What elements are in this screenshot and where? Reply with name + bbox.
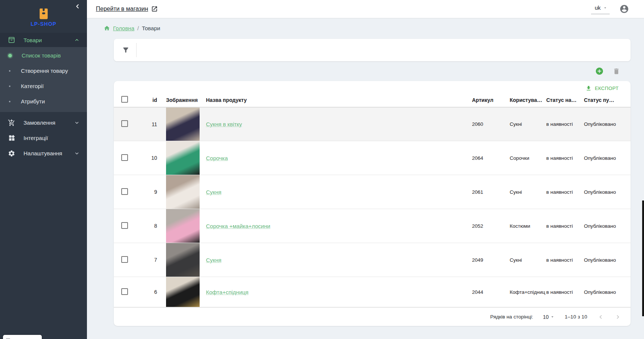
cell-id: 10: [136, 155, 159, 161]
filter-button[interactable]: [119, 43, 132, 57]
table-row: 10 Сорочка 2064 Сорочки в наявності Опуб…: [114, 141, 631, 175]
cell-sku: 2060: [472, 121, 510, 127]
filter-bar: [114, 39, 631, 61]
column-header-stock: Статус на…: [546, 97, 584, 103]
sidebar-item-label: Товари: [24, 37, 42, 43]
cell-sku: 2044: [472, 289, 510, 295]
row-checkbox[interactable]: [121, 188, 128, 195]
breadcrumb-separator: /: [137, 25, 139, 31]
product-image[interactable]: [166, 243, 200, 277]
column-header-image: Зображення: [159, 97, 200, 103]
breadcrumb-current: Товари: [142, 25, 160, 31]
cell-id: 9: [136, 189, 159, 195]
add-shopping-cart-icon: [7, 119, 16, 127]
active-dot-icon: [8, 54, 12, 57]
chevron-down-icon: [74, 120, 79, 125]
cell-stock-status: в наявності: [546, 223, 584, 229]
sidebar-item-products[interactable]: Товари: [0, 33, 87, 47]
chevron-up-icon: [74, 37, 79, 43]
cell-sku: 2064: [472, 155, 510, 161]
brand-logo[interactable]: LP-SHOP: [0, 0, 87, 33]
previous-page-button[interactable]: [597, 313, 604, 321]
sidebar-subitem-label: Створення товару: [21, 68, 68, 74]
column-header-publish: Статус пу…: [584, 97, 623, 103]
widgets-icon: [7, 134, 16, 142]
row-checkbox[interactable]: [121, 222, 128, 229]
column-header-id: id: [136, 97, 159, 103]
row-checkbox[interactable]: [121, 256, 128, 263]
cell-stock-status: в наявності: [546, 121, 584, 127]
cell-stock-status: в наявності: [546, 189, 584, 195]
filter-funnel-icon: [122, 46, 129, 54]
language-value: uk: [595, 4, 601, 11]
product-image[interactable]: [166, 175, 200, 209]
go-to-shop-link[interactable]: Перейти в магазин: [96, 6, 158, 12]
topbar: Перейти в магазин uk: [87, 0, 644, 18]
sidebar-subitem-label: Список товарів: [22, 52, 61, 59]
row-checkbox[interactable]: [121, 154, 128, 161]
cell-id: 8: [136, 223, 159, 229]
sidebar-subitem-label: Категорії: [21, 83, 44, 89]
dot-icon: [9, 85, 10, 87]
sidebar-item-product-list[interactable]: Список товарів: [0, 48, 87, 63]
download-icon: [585, 85, 592, 91]
page: LP-SHOP Товари Список товарів: [0, 0, 644, 339]
select-all-checkbox[interactable]: [121, 96, 128, 103]
table-row: 8 Сорочка +майка+лосини 2052 Костюми в н…: [114, 209, 631, 243]
breadcrumb-home-link[interactable]: Головна: [113, 25, 134, 31]
vertical-scrollbar-thumb[interactable]: [642, 200, 644, 316]
sidebar-collapse-button[interactable]: [74, 3, 81, 10]
cell-sku: 2052: [472, 223, 510, 229]
breadcrumb: Головна / Товари: [104, 18, 631, 33]
cell-sku: 2049: [472, 257, 510, 263]
sidebar-item-product-create[interactable]: Створення товару: [0, 63, 87, 78]
product-image[interactable]: [166, 108, 200, 141]
table-row: 6 Кофта+спідниця 2044 Кофта+спідниц в на…: [114, 277, 631, 307]
export-row: ЕКСПОРТ: [114, 81, 631, 93]
column-header-category: Користува…: [510, 97, 546, 103]
sidebar-item-attributes[interactable]: Атрибути: [0, 94, 87, 109]
cell-sku: 2061: [472, 189, 510, 195]
row-checkbox[interactable]: [121, 120, 128, 127]
table-row: 7 Сукня 2049 Сукні в наявності Опубліков…: [114, 243, 631, 277]
chevron-down-icon: [74, 151, 79, 156]
dot-icon: [9, 70, 10, 72]
language-select[interactable]: uk: [591, 4, 610, 14]
cell-publish-status: Опубліковано: [584, 189, 623, 195]
product-name-link[interactable]: Сорочка +майка+лосини: [206, 223, 270, 229]
cell-stock-status: в наявності: [546, 257, 584, 263]
dot-icon: [9, 101, 10, 102]
rows-per-page-select[interactable]: 10: [543, 314, 555, 320]
cell-category: Сукні: [510, 257, 546, 263]
add-circle-icon: [595, 67, 604, 75]
product-image[interactable]: [166, 141, 200, 175]
table-actions: [104, 61, 631, 81]
product-name-link[interactable]: Кофта+спідниця: [206, 289, 248, 295]
sidebar-item-categories[interactable]: Категорії: [0, 78, 87, 94]
product-name-link[interactable]: Сукня в квітку: [206, 121, 242, 127]
export-button[interactable]: ЕКСПОРТ: [585, 85, 619, 91]
cell-category: Сукні: [510, 189, 546, 195]
divider: [136, 43, 137, 57]
sidebar-item-integrations[interactable]: Інтеграції: [0, 130, 87, 146]
next-page-button[interactable]: [614, 313, 622, 321]
cell-id: 6: [136, 289, 159, 295]
product-name-link[interactable]: Сорочка: [206, 155, 228, 161]
product-image[interactable]: [166, 209, 200, 243]
row-checkbox[interactable]: [121, 288, 128, 295]
caret-down-icon: [603, 6, 607, 10]
product-image[interactable]: [166, 277, 200, 307]
chevron-right-icon: [614, 313, 622, 321]
product-name-link[interactable]: Сукня: [206, 257, 221, 263]
sidebar-item-label: Замовлення: [24, 119, 55, 126]
sidebar-item-label: Налаштування: [24, 150, 62, 156]
delete-selected-button[interactable]: [613, 68, 620, 75]
product-name-link[interactable]: Сукня: [206, 189, 221, 195]
add-product-button[interactable]: [595, 67, 604, 75]
cell-category: Сукні: [510, 121, 546, 127]
account-menu-button[interactable]: [619, 4, 629, 14]
sidebar-item-settings[interactable]: Налаштування: [0, 146, 87, 161]
sidebar-nav: Товари Список товарів Створення товару К…: [0, 33, 87, 161]
cell-publish-status: Опубліковано: [584, 257, 623, 263]
sidebar-item-orders[interactable]: Замовлення: [0, 115, 87, 130]
